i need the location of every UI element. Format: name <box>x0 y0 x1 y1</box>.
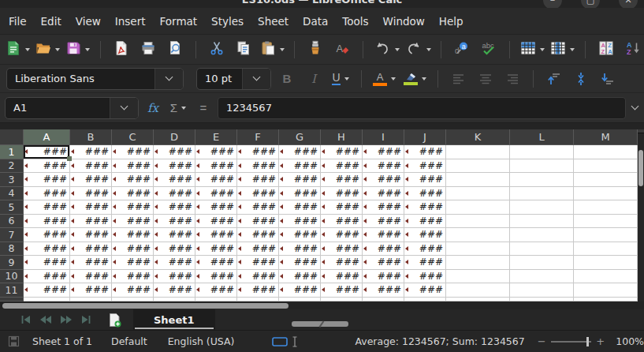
cell-E3[interactable]: ### <box>195 173 237 187</box>
cell-D3[interactable]: ### <box>154 173 195 187</box>
cell-F7[interactable]: ### <box>237 228 279 242</box>
cell-K4[interactable] <box>446 187 510 201</box>
zoom-level-status[interactable]: 100% <box>616 335 644 347</box>
cell-A9[interactable]: ### <box>24 256 70 270</box>
cell-A6[interactable]: ### <box>24 215 70 229</box>
cell-G4[interactable]: ### <box>279 187 321 201</box>
selection-mode-indicator[interactable] <box>272 336 298 347</box>
cell-D10[interactable]: ### <box>154 270 195 284</box>
cell-J5[interactable]: ### <box>404 200 446 215</box>
cell-C8[interactable]: ### <box>112 242 154 257</box>
cell-D1[interactable]: ### <box>154 145 195 159</box>
cell-E11[interactable]: ### <box>195 283 237 298</box>
cell-I8[interactable]: ### <box>363 242 404 257</box>
select-all-corner[interactable] <box>0 129 24 145</box>
dropdown-arrow-icon[interactable] <box>426 48 431 51</box>
cell-G9[interactable]: ### <box>279 256 321 270</box>
cell-J9[interactable]: ### <box>404 256 446 270</box>
cell-I1[interactable]: ### <box>363 145 404 159</box>
cell-G2[interactable]: ### <box>279 159 321 174</box>
open-button[interactable] <box>35 38 60 62</box>
font-name-combobox[interactable]: Liberation Sans <box>6 68 184 90</box>
cell-I7[interactable]: ### <box>363 228 404 242</box>
dropdown-arrow-icon[interactable] <box>280 48 285 51</box>
cell-J3[interactable]: ### <box>404 173 446 187</box>
cell-J8[interactable]: ### <box>404 242 446 257</box>
cell-F2[interactable]: ### <box>237 159 279 174</box>
font-color-button[interactable]: A <box>371 67 397 91</box>
vertical-scrollbar-thumb[interactable] <box>638 150 643 186</box>
export-pdf-button[interactable] <box>110 38 132 62</box>
cell-I6[interactable]: ### <box>363 215 404 229</box>
cell-M2[interactable] <box>574 159 638 174</box>
cell-D9[interactable]: ### <box>154 256 195 270</box>
cell-E1[interactable]: ### <box>195 145 237 159</box>
cell-J11[interactable]: ### <box>404 283 446 298</box>
cell-L9[interactable] <box>510 256 574 270</box>
cell-F3[interactable]: ### <box>237 173 279 187</box>
cell-D7[interactable]: ### <box>154 228 195 242</box>
dropdown-arrow-icon[interactable] <box>344 77 349 81</box>
dropdown-arrow-icon[interactable] <box>570 48 575 51</box>
cell-A8[interactable]: ### <box>24 242 70 257</box>
row-header-4[interactable]: 4 <box>0 187 24 201</box>
align-right-button[interactable] <box>501 67 523 91</box>
cell-I11[interactable]: ### <box>363 283 404 298</box>
fill-handle[interactable] <box>67 156 72 161</box>
zoom-slider[interactable] <box>551 341 592 343</box>
column-header-E[interactable]: E <box>195 129 237 145</box>
column-header-M[interactable]: M <box>574 129 638 145</box>
cell-M11[interactable] <box>574 283 638 298</box>
cell-K10[interactable] <box>446 270 510 284</box>
cell-B10[interactable]: ### <box>70 270 112 284</box>
column-header-I[interactable]: I <box>363 129 404 145</box>
cell-F9[interactable]: ### <box>237 256 279 270</box>
cell-A11[interactable]: ### <box>24 283 70 298</box>
cell-J1[interactable]: ### <box>404 145 446 159</box>
cell-F6[interactable]: ### <box>237 215 279 229</box>
cell-H1[interactable]: ### <box>321 145 363 159</box>
cell-K1[interactable] <box>446 145 510 159</box>
cell-G10[interactable]: ### <box>279 270 321 284</box>
cell-D11[interactable]: ### <box>154 283 195 298</box>
menu-view[interactable]: View <box>69 11 108 32</box>
cell-K2[interactable] <box>446 159 510 174</box>
sort-button[interactable]: AZZA <box>595 38 617 62</box>
sort-ascending-button[interactable]: AZ <box>622 38 644 62</box>
cell-G6[interactable]: ### <box>279 215 321 229</box>
menu-data[interactable]: Data <box>296 11 335 32</box>
menu-edit[interactable]: Edit <box>34 11 69 32</box>
cell-E6[interactable]: ### <box>195 215 237 229</box>
next-sheet-button[interactable] <box>60 315 73 324</box>
cell-M6[interactable] <box>574 215 638 229</box>
menu-window[interactable]: Window <box>376 11 432 32</box>
cell-F5[interactable]: ### <box>237 200 279 215</box>
copy-button[interactable] <box>233 38 255 62</box>
cell-K3[interactable] <box>446 173 510 187</box>
clear-formatting-button[interactable]: A <box>331 38 353 62</box>
dropdown-arrow-icon[interactable] <box>395 48 400 51</box>
cell-C5[interactable]: ### <box>112 200 154 215</box>
dropdown-arrow-icon[interactable] <box>181 107 186 110</box>
dropdown-arrow-icon[interactable] <box>422 77 426 81</box>
bold-button[interactable]: B <box>276 67 298 91</box>
cell-J2[interactable]: ### <box>404 159 446 174</box>
sheet-position-status[interactable]: Sheet 1 of 1 <box>32 335 92 347</box>
menu-insert[interactable]: Insert <box>108 11 153 32</box>
undo-button[interactable] <box>373 38 400 62</box>
underline-button[interactable]: U <box>329 67 352 91</box>
cell-H6[interactable]: ### <box>321 215 363 229</box>
row-header-5[interactable]: 5 <box>0 200 24 215</box>
column-header-D[interactable]: D <box>154 129 195 145</box>
cell-M10[interactable] <box>574 270 638 284</box>
dropdown-arrow-icon[interactable] <box>540 48 545 51</box>
cell-E7[interactable]: ### <box>195 228 237 242</box>
cell-L1[interactable] <box>510 145 574 159</box>
column-header-B[interactable]: B <box>70 129 112 145</box>
align-top-button[interactable] <box>543 67 565 91</box>
cell-L5[interactable] <box>510 200 574 215</box>
formula-input[interactable]: 1234567 <box>218 97 626 119</box>
cell-K8[interactable] <box>446 242 510 257</box>
italic-button[interactable]: I <box>303 67 325 91</box>
cell-F11[interactable]: ### <box>237 283 279 298</box>
